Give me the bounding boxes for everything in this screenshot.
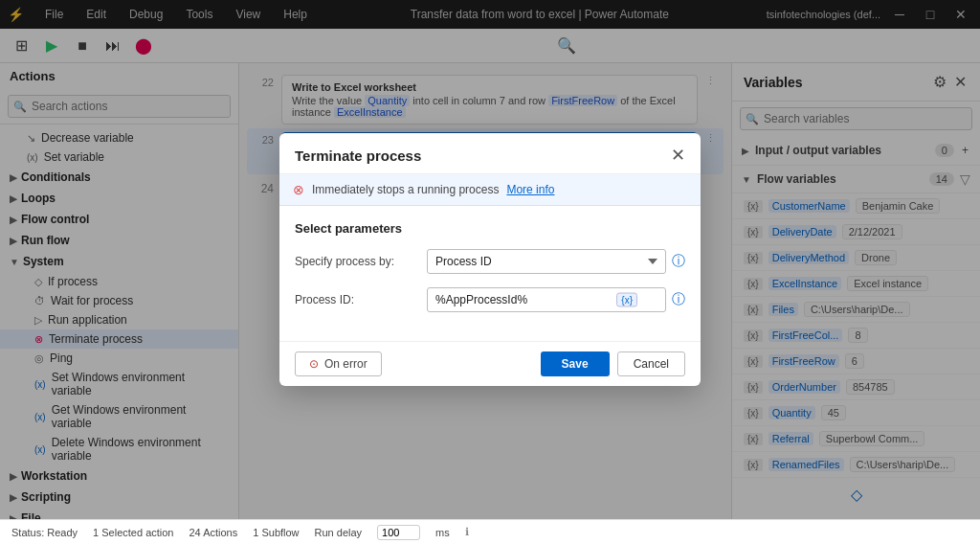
modal-close-button[interactable]: ✕ — [671, 147, 685, 164]
info-icon: ℹ — [465, 526, 469, 538]
form-row-process-id: Process ID: {x} ⓘ — [295, 287, 685, 312]
specify-process-info-icon[interactable]: ⓘ — [672, 253, 685, 270]
run-delay-label: Run delay — [315, 527, 363, 538]
run-delay-input[interactable] — [377, 525, 420, 540]
var-picker-button[interactable]: {x} — [616, 293, 637, 307]
terminate-process-modal: Terminate process ✕ ⊗ Immediately stops … — [279, 133, 701, 386]
stop-circle-icon: ⊗ — [293, 182, 304, 197]
process-id-label: Process ID: — [295, 293, 419, 306]
modal-info-text: Immediately stops a running process — [312, 183, 499, 196]
modal-footer: ⊙ On error Save Cancel — [279, 341, 701, 386]
modal-header: Terminate process ✕ — [279, 133, 701, 174]
status-ready: Status: Ready — [11, 527, 78, 538]
modal-action-buttons: Save Cancel — [541, 351, 685, 376]
process-id-control: {x} ⓘ — [427, 287, 685, 312]
specify-process-select[interactable]: Process ID Process name — [427, 249, 666, 274]
more-info-link[interactable]: More info — [506, 183, 554, 196]
actions-count: 24 Actions — [189, 527, 237, 538]
on-error-button[interactable]: ⊙ On error — [295, 351, 382, 376]
modal-body: Select parameters Specify process by: Pr… — [279, 206, 701, 341]
save-button[interactable]: Save — [541, 351, 610, 376]
subflow-count: 1 Subflow — [253, 527, 299, 538]
specify-process-control: Process ID Process name ⓘ — [427, 249, 685, 274]
modal-overlay: Terminate process ✕ ⊗ Immediately stops … — [0, 0, 980, 519]
delay-unit: ms — [435, 527, 450, 538]
modal-section-title: Select parameters — [295, 221, 685, 236]
process-id-info-icon[interactable]: ⓘ — [672, 291, 685, 308]
modal-info-bar: ⊗ Immediately stops a running process Mo… — [279, 174, 701, 206]
modal-title: Terminate process — [295, 147, 421, 164]
form-row-specify-process: Specify process by: Process ID Process n… — [295, 249, 685, 274]
on-error-icon: ⊙ — [309, 357, 319, 371]
status-bar: Status: Ready 1 Selected action 24 Actio… — [0, 519, 980, 544]
specify-process-label: Specify process by: — [295, 255, 419, 268]
selected-action-count: 1 Selected action — [93, 527, 173, 538]
cancel-button[interactable]: Cancel — [617, 351, 685, 376]
